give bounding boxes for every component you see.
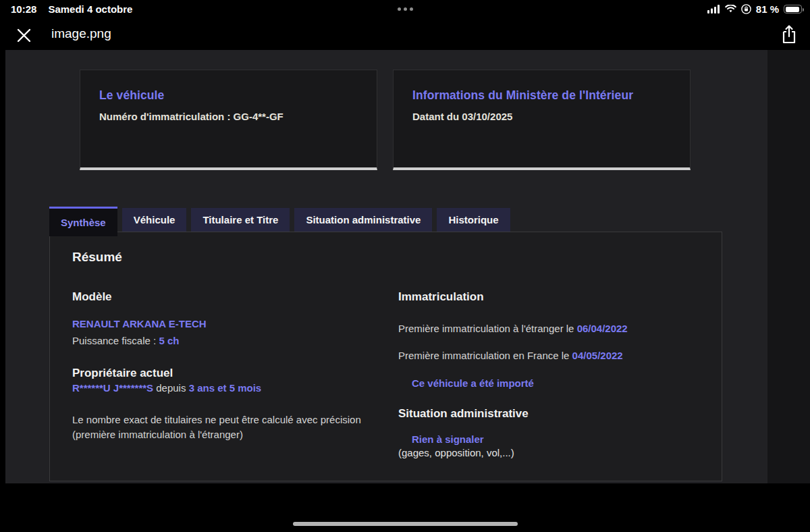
report-tabs: Synthèse Véhicule Titulaire et Titre Sit…: [49, 207, 510, 236]
tab-vehicule[interactable]: Véhicule: [122, 208, 187, 232]
vehicle-card-title: Le véhicule: [99, 88, 358, 103]
summary-left-column: Modèle RENAULT ARKANA E-TECH Puissance f…: [72, 290, 395, 442]
summary-heading: Résumé: [72, 250, 122, 265]
owner-count-note: Le nombre exact de titulaires ne peut êt…: [72, 413, 391, 442]
ministry-card-title: Informations du Ministère de l'Intérieur: [412, 88, 671, 103]
fiscal-power-line: Puissance fiscale : 5 ch: [72, 335, 395, 346]
wifi-icon: [725, 5, 736, 14]
first-registration-abroad-date: 06/04/2022: [577, 323, 628, 334]
synthese-panel: Résumé Modèle RENAULT ARKANA E-TECH Puis…: [49, 232, 722, 481]
owner-duration: 3 ans et 5 mois: [189, 382, 262, 394]
cellular-signal-icon: [707, 5, 720, 14]
ministry-card: Informations du Ministère de l'Intérieur…: [393, 70, 691, 170]
tab-historique[interactable]: Historique: [437, 208, 510, 232]
tab-situation-administrative[interactable]: Situation administrative: [294, 208, 432, 232]
screen: 10:28 Samedi 4 octobre: [0, 0, 810, 532]
first-registration-abroad-label: Première immatriculation à l'étranger le: [398, 323, 577, 334]
filename-title: image.png: [51, 26, 111, 41]
owner-connector: depuis: [153, 382, 189, 394]
tab-titulaire-et-titre[interactable]: Titulaire et Titre: [191, 208, 290, 232]
home-indicator[interactable]: [293, 522, 518, 526]
image-viewer-header: image.png: [0, 19, 810, 50]
share-icon[interactable]: [778, 24, 800, 45]
report-date-line: Datant du 03/10/2025: [412, 111, 671, 122]
registration-number-line: Numéro d'immatriculation : GG-4**-GF: [99, 111, 358, 122]
admin-status-badge: Rien à signaler: [398, 433, 709, 445]
tab-synthese[interactable]: Synthèse: [49, 207, 117, 236]
fiscal-power-label: Puissance fiscale :: [72, 335, 159, 346]
viewer-right-margin: [767, 50, 810, 483]
rotation-lock-icon: [741, 4, 751, 14]
first-registration-france-line: Première immatriculation en France le 04…: [398, 350, 709, 361]
first-registration-abroad-line: Première immatriculation à l'étranger le…: [398, 323, 709, 334]
previewed-report-image: Le véhicule Numéro d'immatriculation : G…: [5, 50, 767, 483]
admin-situation-heading: Situation administrative: [398, 407, 709, 421]
first-registration-france-date: 04/05/2022: [572, 350, 623, 361]
owner-masked-name: R******U J*******S: [72, 382, 153, 394]
status-right: 81 %: [707, 3, 802, 15]
battery-icon: [784, 5, 802, 14]
close-icon[interactable]: [14, 25, 34, 45]
model-name: RENAULT ARKANA E-TECH: [72, 318, 395, 329]
registration-heading: Immatriculation: [398, 290, 709, 304]
imported-vehicle-badge: Ce véhicule a été importé: [398, 377, 709, 389]
vehicle-card: Le véhicule Numéro d'immatriculation : G…: [80, 70, 377, 170]
owner-line: R******U J*******S depuis 3 ans et 5 moi…: [72, 382, 395, 394]
owner-heading: Propriétaire actuel: [72, 367, 395, 380]
multitask-indicator-icon[interactable]: [0, 7, 810, 11]
admin-status-note: (gages, opposition, vol,...): [398, 447, 709, 458]
first-registration-france-label: Première immatriculation en France le: [398, 350, 572, 361]
battery-percent-label: 81 %: [756, 3, 779, 15]
summary-right-column: Immatriculation Première immatriculation…: [398, 290, 709, 458]
fiscal-power-value: 5 ch: [159, 335, 179, 346]
status-bar: 10:28 Samedi 4 octobre: [0, 0, 810, 19]
model-heading: Modèle: [72, 290, 395, 304]
